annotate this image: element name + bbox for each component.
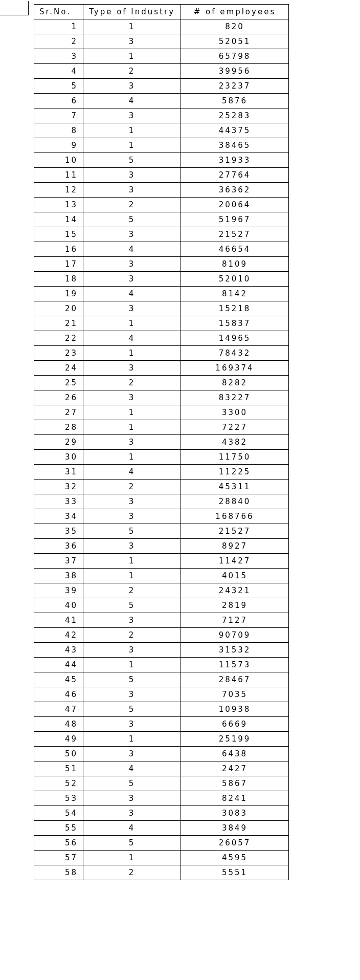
- cell-srno: 27: [34, 405, 83, 420]
- cell-employees: 169374: [181, 361, 289, 376]
- table-row: 26383227: [34, 390, 289, 405]
- table-row: 49125199: [34, 732, 289, 747]
- cell-srno: 7: [34, 108, 83, 123]
- cell-employees: 7035: [181, 687, 289, 702]
- cell-industry: 3: [83, 361, 181, 376]
- cell-employees: 2819: [181, 598, 289, 613]
- table-row: 14551967: [34, 212, 289, 227]
- table-row: 22414965: [34, 331, 289, 346]
- cell-srno: 29: [34, 435, 83, 450]
- cell-industry: 3: [83, 539, 181, 554]
- cell-employees: 6438: [181, 747, 289, 761]
- cell-srno: 28: [34, 420, 83, 435]
- cell-industry: 1: [83, 123, 181, 138]
- table-row: 5255867: [34, 776, 289, 791]
- cell-industry: 3: [83, 435, 181, 450]
- cell-srno: 35: [34, 524, 83, 539]
- cell-employees: 25283: [181, 108, 289, 123]
- cell-employees: 31933: [181, 153, 289, 168]
- cell-srno: 25: [34, 376, 83, 390]
- cell-srno: 55: [34, 821, 83, 836]
- cell-industry: 1: [83, 316, 181, 331]
- table-header-row: Sr.No. Type of Industry # of employees: [34, 5, 289, 19]
- cell-employees: 5876: [181, 94, 289, 108]
- table-row: 5714595: [34, 851, 289, 865]
- cell-srno: 56: [34, 836, 83, 851]
- cell-srno: 38: [34, 569, 83, 583]
- cell-industry: 2: [83, 583, 181, 598]
- cell-srno: 18: [34, 272, 83, 287]
- cell-industry: 3: [83, 257, 181, 272]
- cell-srno: 9: [34, 138, 83, 153]
- cell-srno: 26: [34, 390, 83, 405]
- table-row: 12336362: [34, 183, 289, 198]
- table-row: 39224321: [34, 583, 289, 598]
- cell-industry: 1: [83, 569, 181, 583]
- table-row: 4637035: [34, 687, 289, 702]
- cell-srno: 23: [34, 346, 83, 361]
- cell-industry: 1: [83, 138, 181, 153]
- cell-srno: 48: [34, 717, 83, 732]
- cell-srno: 50: [34, 747, 83, 761]
- cell-industry: 1: [83, 658, 181, 672]
- cell-industry: 1: [83, 554, 181, 569]
- cell-employees: 11225: [181, 465, 289, 480]
- cell-employees: 4382: [181, 435, 289, 450]
- cell-srno: 58: [34, 865, 83, 880]
- table-row: 4052819: [34, 598, 289, 613]
- cell-srno: 53: [34, 791, 83, 806]
- table-row: 7325283: [34, 108, 289, 123]
- cell-employees: 36362: [181, 183, 289, 198]
- cell-srno: 3: [34, 49, 83, 64]
- cell-employees: 23237: [181, 79, 289, 94]
- cell-srno: 57: [34, 851, 83, 865]
- cell-srno: 16: [34, 242, 83, 257]
- cell-industry: 1: [83, 19, 181, 34]
- cell-employees: 27764: [181, 168, 289, 183]
- cell-employees: 7127: [181, 613, 289, 628]
- cell-srno: 13: [34, 198, 83, 212]
- col-header-employees: # of employees: [181, 5, 289, 19]
- data-table: Sr.No. Type of Industry # of employees 1…: [34, 4, 289, 880]
- table-row: 5338241: [34, 791, 289, 806]
- table-row: 2817227: [34, 420, 289, 435]
- cell-industry: 1: [83, 420, 181, 435]
- cell-srno: 42: [34, 628, 83, 643]
- cell-employees: 820: [181, 19, 289, 34]
- cell-industry: 4: [83, 465, 181, 480]
- table-row: 5036438: [34, 747, 289, 761]
- table-row: 3165798: [34, 49, 289, 64]
- cell-employees: 65798: [181, 49, 289, 64]
- cell-srno: 22: [34, 331, 83, 346]
- cell-employees: 83227: [181, 390, 289, 405]
- cell-srno: 43: [34, 643, 83, 658]
- cell-industry: 3: [83, 806, 181, 821]
- cell-industry: 3: [83, 643, 181, 658]
- table-row: 21115837: [34, 316, 289, 331]
- cell-employees: 6669: [181, 717, 289, 732]
- cell-employees: 11573: [181, 658, 289, 672]
- table-row: 45528467: [34, 672, 289, 687]
- cell-industry: 3: [83, 747, 181, 761]
- cell-industry: 3: [83, 613, 181, 628]
- cell-srno: 17: [34, 257, 83, 272]
- cell-srno: 34: [34, 509, 83, 524]
- cell-industry: 4: [83, 287, 181, 301]
- cell-industry: 5: [83, 598, 181, 613]
- cell-industry: 2: [83, 376, 181, 390]
- table-row: 30111750: [34, 450, 289, 465]
- cell-employees: 90709: [181, 628, 289, 643]
- cell-industry: 5: [83, 672, 181, 687]
- cell-employees: 10938: [181, 702, 289, 717]
- cell-employees: 168766: [181, 509, 289, 524]
- cell-industry: 3: [83, 168, 181, 183]
- cell-industry: 2: [83, 198, 181, 212]
- cell-srno: 44: [34, 658, 83, 672]
- table-head: Sr.No. Type of Industry # of employees: [34, 5, 289, 19]
- table-row: 35521527: [34, 524, 289, 539]
- cell-industry: 1: [83, 346, 181, 361]
- cell-employees: 38465: [181, 138, 289, 153]
- cell-employees: 24321: [181, 583, 289, 598]
- table-row: 8144375: [34, 123, 289, 138]
- cell-employees: 39956: [181, 64, 289, 79]
